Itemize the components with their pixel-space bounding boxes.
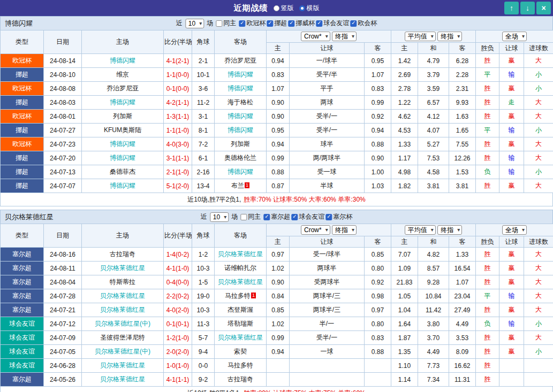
away-team-cell: 奥德格伦兰 <box>215 151 267 165</box>
team-name: 博德闪耀 <box>110 154 135 162</box>
euro-win-odds: 7.07 <box>391 248 418 262</box>
col-home: 主场 <box>82 30 164 54</box>
league-badge: 球会友谊 <box>1 345 44 359</box>
handicap-result-cell: 赢 <box>499 248 524 262</box>
euro-company-select[interactable]: 平均值 <box>405 225 436 235</box>
checkbox-checked-icon[interactable] <box>350 20 357 27</box>
league-badge: 挪超 <box>1 96 44 110</box>
home-team-cell: 贝尔格莱德红星 <box>82 289 164 303</box>
euro-lose-odds: 8.09 <box>449 345 476 359</box>
score-cell: 2-2(0-2) <box>164 289 192 303</box>
score-cell: 2-1(1-0) <box>164 165 192 179</box>
euro-lose-odds: 1.65 <box>449 124 476 137</box>
euro-time-select[interactable]: 终指 <box>437 32 462 41</box>
checkbox-checked-icon[interactable] <box>267 20 273 27</box>
handicap-cell: 两/两球半 <box>290 151 365 165</box>
corner-cell: 10-3 <box>192 262 215 275</box>
match-row: 欧冠杯24-08-14博德闪耀4-1(2-1)2-1乔治罗尼亚0.94一/球半0… <box>1 54 553 68</box>
score-cell: 1-1(1-0) <box>164 124 192 137</box>
same-home-filter[interactable]: 同主 <box>216 19 236 28</box>
euro-time-select[interactable]: 终指 <box>437 225 462 235</box>
checkbox-checked-icon[interactable] <box>291 214 298 220</box>
league-badge: 塞尔超 <box>1 275 44 289</box>
team-name: 贝尔格莱德红星 <box>100 362 145 369</box>
handicap-result-cell: 赢 <box>499 179 524 193</box>
layout-radio-option[interactable]: 竖版 <box>274 4 294 13</box>
asian-away-odds: 0.99 <box>365 96 391 110</box>
corner-cell: 2-1 <box>192 54 215 68</box>
team-name: 博德闪耀 <box>228 71 253 78</box>
layout-radio-selected[interactable]: 横版 <box>299 4 320 13</box>
radio-icon[interactable] <box>299 5 305 11</box>
result-cell: 胜 <box>476 110 499 124</box>
checkbox-checked-icon[interactable] <box>325 214 332 220</box>
checkbox-icon[interactable] <box>240 214 247 220</box>
corner-cell: 3-6 <box>192 82 215 96</box>
scope-select[interactable]: 全场 <box>502 32 527 41</box>
handicap-result-cell: 赢 <box>499 82 524 96</box>
away-team-cell: 列加斯 <box>215 137 267 151</box>
home-team-cell: 维京 <box>82 68 164 82</box>
result-cell: 胜 <box>476 345 499 359</box>
euro-lose-odds: 3.81 <box>449 179 476 193</box>
euro-lose-odds: 1.07 <box>449 275 476 289</box>
odds-time-select[interactable]: 终指 <box>332 32 357 41</box>
league-filter-checkbox[interactable]: 球会友谊 <box>291 212 324 221</box>
odds-time-select[interactable]: 终指 <box>332 225 357 235</box>
euro-win-odds: 1.05 <box>391 289 418 303</box>
close-button[interactable]: × <box>536 2 551 14</box>
league-filter-checkbox[interactable]: 挪威杯 <box>288 19 315 28</box>
odds-company-select[interactable]: Crow* <box>301 225 330 235</box>
handicap-cell: 平手 <box>290 82 365 96</box>
team-name: 贝尔格莱德红星(中) <box>95 320 150 327</box>
home-team-cell: 贝尔格莱德红星(中) <box>82 345 164 359</box>
euro-company-select[interactable]: 平均值 <box>405 32 436 41</box>
score-cell: 1-3(1-1) <box>164 110 192 124</box>
euro-odds-group: 平均值 终指 <box>391 224 476 236</box>
recent-count-select[interactable]: 10 <box>210 212 229 222</box>
recent-count-select[interactable]: 10 <box>185 19 204 28</box>
away-team-cell: 塔勒瑞斯 <box>215 317 267 331</box>
checkbox-checked-icon[interactable] <box>288 20 294 27</box>
league-filter-checkbox[interactable]: 球会友谊 <box>316 19 349 28</box>
euro-odds-group: 平均值 终指 <box>391 30 476 43</box>
team-name: 贝尔格莱德红星 <box>218 278 263 286</box>
summary-stats: 胜率:80% 让球率:75% 大率:75% 单率:60% <box>244 389 365 392</box>
radio-icon[interactable] <box>274 5 279 11</box>
goals-result-cell: 小 <box>524 165 553 179</box>
league-filter-checkbox[interactable]: 欧会杯 <box>350 19 377 28</box>
games-label: 场 <box>207 19 213 28</box>
league-filter-checkbox[interactable]: 塞尔超 <box>263 212 290 221</box>
team-name: 古拉瑞奇 <box>110 250 135 258</box>
odds-company-select[interactable]: Crow* <box>301 32 330 41</box>
team-name: 列加斯 <box>231 140 250 148</box>
col-asian-away: 客 <box>365 236 391 248</box>
checkbox-checked-icon[interactable] <box>316 20 322 27</box>
team-name: KFUM奥斯陆 <box>104 126 141 134</box>
scope-select[interactable]: 全场 <box>502 225 527 235</box>
same-home-filter[interactable]: 同主 <box>240 212 261 221</box>
league-badge: 球会友谊 <box>1 331 44 345</box>
checkbox-checked-icon[interactable] <box>239 20 245 27</box>
league-filter-checkbox[interactable]: 欧冠杯 <box>239 19 266 28</box>
league-filter-checkbox[interactable]: 塞尔杯 <box>325 212 352 221</box>
move-up-button[interactable]: ↑ <box>504 2 519 14</box>
team-name: 桑德菲杰 <box>110 168 135 175</box>
col-asian-handicap: 让球 <box>290 43 365 54</box>
move-down-button[interactable]: ↓ <box>520 2 535 14</box>
league-filter-checkbox[interactable]: 挪超 <box>267 19 287 28</box>
euro-win-odds: 1.33 <box>391 137 418 151</box>
checkbox-checked-icon[interactable] <box>263 214 270 220</box>
euro-draw-odds: 4.12 <box>418 110 449 124</box>
handicap-cell: 两球 <box>290 96 365 110</box>
asian-away-odds: 0.80 <box>365 317 391 331</box>
euro-lose-odds: 9.93 <box>449 96 476 110</box>
team-name: 博德闪耀 <box>110 57 135 64</box>
team-name: 贝尔格莱德红星 <box>100 292 145 299</box>
goals-result-cell: 小 <box>524 345 553 359</box>
euro-lose-odds: 1.53 <box>449 165 476 179</box>
home-team-cell: 古拉瑞奇 <box>82 248 164 262</box>
asian-away-odds: 0.83 <box>365 82 391 96</box>
checkbox-icon[interactable] <box>216 20 222 27</box>
league-filter-label: 欧会杯 <box>358 19 377 28</box>
